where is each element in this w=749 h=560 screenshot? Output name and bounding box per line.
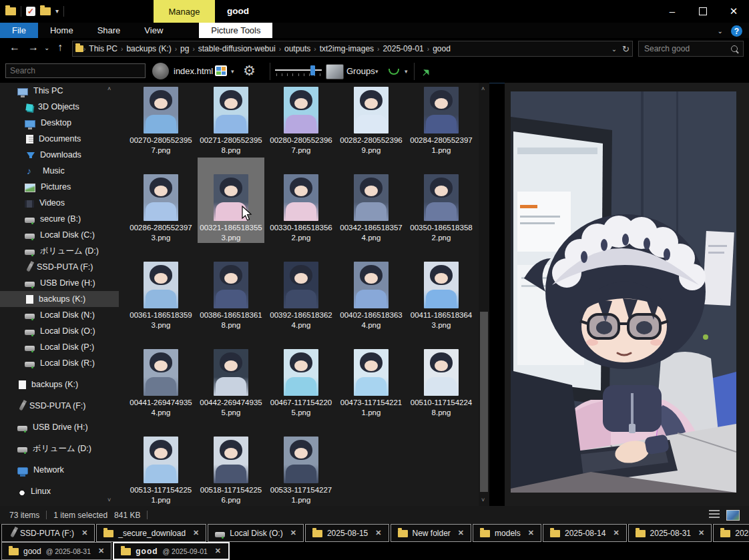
sidebar-item-backups-k-[interactable]: backups (K:) — [0, 376, 119, 392]
breadcrumb-item[interactable]: txt2img-images — [316, 44, 377, 53]
file-item[interactable]: 00280-2805523967.png — [268, 83, 334, 156]
breadcrumb-item[interactable]: This PC — [85, 44, 121, 53]
file-item[interactable]: 00330-1865183562.png — [268, 158, 334, 243]
file-item[interactable]: 00386-1865183618.png — [198, 245, 264, 330]
chevron-down-icon[interactable]: ▾ — [375, 68, 379, 75]
slider-thumb[interactable] — [310, 65, 315, 75]
file-item[interactable]: 00271-2805523958.png — [198, 83, 264, 156]
sidebar-item-videos[interactable]: Videos — [0, 195, 119, 211]
scrollbar-thumb[interactable] — [480, 312, 488, 492]
scroll-up-icon[interactable]: ˄ — [481, 85, 485, 92]
folder-icon[interactable] — [5, 7, 16, 15]
folder-tab-local-disk-o-[interactable]: Local Disk (O:)✕ — [208, 524, 304, 542]
ribbon-collapse-icon[interactable]: ⌄ — [718, 28, 723, 35]
sidebar-item-local-disk-o-[interactable]: Local Disk (O:) — [0, 323, 119, 339]
file-item[interactable]: 00533-1171542271.png — [268, 420, 334, 505]
up-button[interactable]: ↑ — [57, 41, 63, 53]
file-pane-scrollbar[interactable]: ˄ ˅ — [479, 83, 489, 506]
file-item[interactable]: 00392-1865183624.png — [268, 245, 334, 330]
file-item[interactable]: 00342-1865183574.png — [338, 158, 405, 243]
file-item[interactable]: 00350-1865183582.png — [408, 158, 475, 243]
address-dropdown-icon[interactable]: ⌄ — [611, 45, 617, 53]
folder-tab-2025-08-31[interactable]: 2025-08-31✕ — [628, 524, 712, 542]
file-item[interactable]: 00321-1865183553.png — [198, 158, 264, 243]
maximize-button[interactable] — [688, 0, 718, 22]
sidebar-item-ssd-puta-f-[interactable]: SSD-PUTA (F:) — [0, 259, 119, 275]
help-icon[interactable]: ? — [731, 25, 742, 37]
close-icon[interactable]: ✕ — [193, 529, 199, 537]
sidebar-item-this-pc[interactable]: This PC — [0, 83, 119, 99]
close-button[interactable]: ✕ — [718, 0, 749, 22]
scroll-down-icon[interactable]: ˅ — [107, 497, 111, 503]
breadcrumb-item[interactable]: pg — [177, 44, 192, 53]
close-icon[interactable]: ✕ — [613, 529, 619, 537]
file-item[interactable]: 00402-1865183634.png — [338, 245, 405, 330]
ribbon-tab-view[interactable]: View — [132, 23, 175, 38]
sidebar-item-downloads[interactable]: Downloads — [0, 147, 119, 163]
thumbnail-view-icon[interactable] — [726, 510, 740, 521]
scroll-up-icon[interactable]: ˄ — [107, 85, 111, 92]
file-item[interactable]: 00286-2805523973.png — [128, 158, 194, 243]
ribbon-tab-picture-tools[interactable]: Picture Tools — [199, 23, 272, 38]
scroll-down-icon[interactable]: ˅ — [481, 497, 485, 503]
sidebar-item--d-[interactable]: ボリューム (D:) — [0, 243, 119, 259]
sidebar-item-linux[interactable]: Linux — [0, 483, 119, 499]
chevron-down-icon[interactable]: ▾ — [55, 8, 59, 15]
filter-search-input[interactable] — [5, 63, 146, 78]
file-item[interactable]: 00467-1171542205.png — [268, 332, 334, 418]
minimize-button[interactable]: – — [657, 0, 688, 22]
sidebar-item--d-[interactable]: ボリューム (D:) — [0, 441, 119, 457]
close-icon[interactable]: ✕ — [215, 547, 222, 555]
close-icon[interactable]: ✕ — [290, 529, 296, 537]
breadcrumb-bar[interactable]: ›This PC›backups (K:)›pg›stable-diffusio… — [72, 41, 633, 57]
chevron-down-icon[interactable]: ▾ — [231, 68, 234, 75]
file-item[interactable]: 00411-1865183643.png — [408, 245, 475, 330]
sidebar-item-music[interactable]: ♪Music — [0, 163, 119, 179]
file-item[interactable]: 00513-1171542251.png — [128, 420, 194, 505]
sidebar-item-pictures[interactable]: Pictures — [0, 179, 119, 195]
sidebar-item-local-disk-p-[interactable]: Local Disk (P:) — [0, 339, 119, 355]
checkbox-icon[interactable]: ✓ — [26, 7, 35, 16]
file-item[interactable]: 00442-2694749355.png — [198, 332, 264, 418]
sidebar-item-documents[interactable]: Documents — [0, 131, 119, 147]
breadcrumb-item[interactable]: backups (K:) — [123, 44, 174, 53]
close-icon[interactable]: ✕ — [698, 529, 704, 537]
file-item[interactable]: 00441-2694749354.png — [128, 332, 194, 418]
sidebar-item-usb-drive-h-[interactable]: USB Drive (H:) — [0, 419, 119, 435]
photo-icon[interactable] — [326, 64, 344, 79]
folder-tab-2025-08-14[interactable]: 2025-08-14✕ — [543, 524, 627, 542]
sidebar-item-local-disk-n-[interactable]: Local Disk (N:) — [0, 307, 119, 323]
manage-contextual-header[interactable]: Manage — [154, 0, 215, 23]
folder-tab-ssd-puta-f-[interactable]: SSD-PUTA (F:)✕ — [1, 524, 95, 542]
folder-icon[interactable] — [40, 7, 51, 15]
groups-button[interactable]: Groups — [346, 66, 375, 76]
sidebar-item-network[interactable]: Network — [0, 462, 119, 478]
file-item[interactable]: 00270-2805523957.png — [128, 83, 194, 156]
preview-image[interactable] — [511, 91, 736, 493]
sidebar-item-ssd-puta-f-[interactable]: SSD-PUTA (F:) — [0, 398, 119, 414]
ribbon-tab-home[interactable]: Home — [38, 23, 85, 38]
folder-tab-good[interactable]: good@ 2025-08-31✕ — [1, 542, 111, 560]
sidebar-item-desktop[interactable]: Desktop — [0, 115, 119, 131]
folder-tab-new-folder[interactable]: New folder✕ — [391, 524, 472, 542]
file-item[interactable]: 00473-1171542211.png — [338, 332, 405, 418]
back-button[interactable]: ← — [9, 41, 20, 53]
chevron-down-icon[interactable]: ▾ — [405, 68, 408, 75]
ribbon-tab-share[interactable]: Share — [85, 23, 133, 38]
folder-tab-2025-09-01[interactable]: 2025-09-01✕ — [713, 524, 749, 542]
close-icon[interactable]: ✕ — [375, 529, 381, 537]
ribbon-tab-file[interactable]: File — [0, 23, 38, 38]
file-item[interactable]: 00282-2805523969.png — [338, 83, 405, 156]
breadcrumb-item[interactable]: 2025-09-01 — [379, 44, 427, 53]
file-item[interactable]: 00518-1171542256.png — [198, 420, 264, 505]
layout-grid-icon[interactable] — [215, 65, 227, 76]
search-box[interactable]: Search good — [638, 41, 744, 57]
breadcrumb-item[interactable]: good — [429, 44, 454, 53]
details-view-icon[interactable] — [709, 510, 720, 519]
close-icon[interactable]: ✕ — [458, 529, 464, 537]
file-item[interactable]: 00510-1171542248.png — [408, 332, 475, 418]
breadcrumb-item[interactable]: outputs — [281, 44, 314, 53]
zoom-slider[interactable] — [275, 65, 322, 77]
sidebar-item-secure-b-[interactable]: secure (B:) — [0, 211, 119, 227]
refresh-icon[interactable]: ↻ — [622, 44, 630, 54]
